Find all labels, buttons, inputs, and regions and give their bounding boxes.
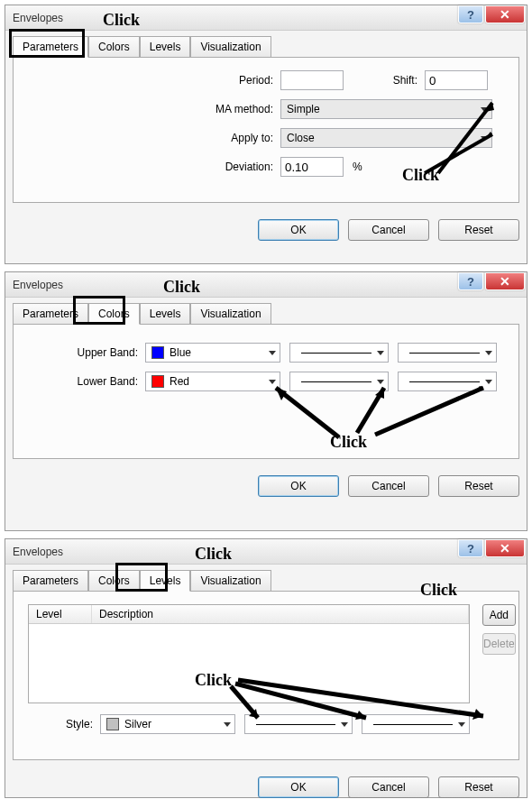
tab-parameters[interactable]: Parameters — [13, 303, 88, 325]
cancel-button[interactable]: Cancel — [348, 219, 429, 241]
period-label: Period: — [28, 74, 280, 87]
chevron-down-icon — [481, 136, 488, 141]
tab-levels[interactable]: Levels — [140, 36, 191, 58]
tab-visualization[interactable]: Visualization — [190, 36, 271, 58]
help-button[interactable]: ? — [458, 539, 483, 557]
tab-parameters[interactable]: Parameters — [13, 36, 88, 58]
add-button[interactable]: Add — [482, 604, 516, 626]
reset-button[interactable]: Reset — [438, 219, 519, 241]
apply-to-combo[interactable]: Close — [280, 128, 492, 148]
cancel-button[interactable]: Cancel — [348, 776, 429, 798]
ok-button[interactable]: OK — [258, 776, 339, 798]
lower-color-swatch — [151, 375, 164, 388]
close-button[interactable]: ✕ — [485, 272, 525, 290]
help-button[interactable]: ? — [458, 5, 483, 23]
tab-colors[interactable]: Colors — [88, 36, 140, 58]
ma-method-label: MA method: — [28, 103, 280, 115]
chevron-down-icon — [269, 380, 276, 384]
cancel-button[interactable]: Cancel — [348, 475, 429, 497]
shift-input[interactable] — [425, 70, 488, 90]
chevron-down-icon — [269, 351, 276, 355]
levels-panel: Level Description Style: Silver — [13, 591, 519, 760]
colors-panel: Upper Band: Blue — [13, 324, 519, 459]
chevron-down-icon — [485, 380, 492, 384]
titlebar: Envelopes ? ✕ — [5, 5, 527, 31]
style-line-width-combo[interactable] — [362, 714, 470, 734]
line-preview — [301, 381, 371, 382]
lower-band-label: Lower Band: — [28, 375, 145, 388]
chevron-down-icon — [485, 351, 492, 355]
line-preview — [409, 381, 480, 382]
lower-line-style-combo[interactable] — [289, 372, 389, 391]
apply-to-label: Apply to: — [28, 132, 280, 144]
upper-color-swatch — [151, 346, 164, 359]
dialog-footer: OK Cancel Reset — [5, 466, 527, 506]
col-level: Level — [29, 605, 92, 623]
tab-parameters[interactable]: Parameters — [13, 570, 88, 592]
line-preview — [409, 353, 480, 354]
upper-line-style-combo[interactable] — [289, 343, 389, 363]
tab-strip: Parameters Colors Levels Visualization — [13, 36, 519, 58]
chevron-down-icon — [224, 722, 231, 727]
upper-band-label: Upper Band: — [28, 346, 145, 359]
ok-button[interactable]: OK — [258, 475, 339, 497]
tab-levels[interactable]: Levels — [140, 570, 191, 592]
titlebar: Envelopes ? ✕ — [5, 272, 527, 298]
window-title: Envelopes — [13, 279, 63, 291]
window-title: Envelopes — [13, 546, 63, 558]
style-line-style-combo[interactable] — [244, 714, 353, 734]
reset-button[interactable]: Reset — [438, 776, 519, 798]
tab-strip: Parameters Colors Levels Visualization — [13, 303, 519, 325]
dialog-colors: Envelopes ? ✕ Parameters Colors Levels V… — [5, 271, 527, 531]
delete-button[interactable]: Delete — [482, 633, 516, 655]
levels-table-header: Level Description — [29, 605, 469, 624]
dialog-parameters: Envelopes ? ✕ Parameters Colors Levels V… — [5, 5, 527, 264]
dialog-footer: OK Cancel Reset — [5, 210, 527, 250]
period-input[interactable] — [280, 70, 344, 90]
tab-colors[interactable]: Colors — [88, 570, 140, 592]
deviation-input[interactable] — [280, 157, 344, 177]
parameters-panel: Period: Shift: MA method: Simple Apply t… — [13, 57, 519, 203]
titlebar: Envelopes ? ✕ — [5, 539, 527, 565]
deviation-unit: % — [353, 161, 362, 173]
tab-strip: Parameters Colors Levels Visualization — [13, 570, 519, 592]
style-color-swatch — [106, 718, 119, 730]
shift-label: Shift: — [344, 74, 425, 87]
deviation-label: Deviation: — [28, 161, 280, 173]
tab-colors[interactable]: Colors — [88, 303, 140, 325]
window-title: Envelopes — [13, 12, 63, 24]
chevron-down-icon — [341, 722, 348, 727]
close-button[interactable]: ✕ — [485, 5, 525, 23]
lower-color-combo[interactable]: Red — [145, 372, 280, 391]
line-preview — [256, 724, 335, 725]
line-preview — [373, 724, 453, 725]
tab-levels[interactable]: Levels — [140, 303, 191, 325]
reset-button[interactable]: Reset — [438, 475, 519, 497]
chevron-down-icon — [377, 351, 384, 355]
tab-visualization[interactable]: Visualization — [190, 303, 271, 325]
line-preview — [301, 353, 371, 354]
style-label: Style: — [28, 718, 100, 730]
levels-table[interactable]: Level Description — [28, 604, 470, 703]
col-description: Description — [92, 605, 469, 623]
lower-line-width-combo[interactable] — [398, 372, 497, 391]
close-button[interactable]: ✕ — [485, 539, 525, 557]
tab-visualization[interactable]: Visualization — [190, 570, 271, 592]
chevron-down-icon — [481, 107, 488, 112]
style-color-combo[interactable]: Silver — [100, 714, 235, 734]
ok-button[interactable]: OK — [258, 219, 339, 241]
chevron-down-icon — [377, 380, 384, 384]
dialog-footer: OK Cancel Reset — [5, 767, 527, 799]
dialog-levels: Envelopes ? ✕ Parameters Colors Levels V… — [5, 538, 527, 798]
upper-line-width-combo[interactable] — [398, 343, 497, 363]
upper-color-combo[interactable]: Blue — [145, 343, 280, 363]
help-button[interactable]: ? — [458, 272, 483, 290]
ma-method-combo[interactable]: Simple — [280, 99, 492, 119]
chevron-down-icon — [458, 722, 465, 727]
